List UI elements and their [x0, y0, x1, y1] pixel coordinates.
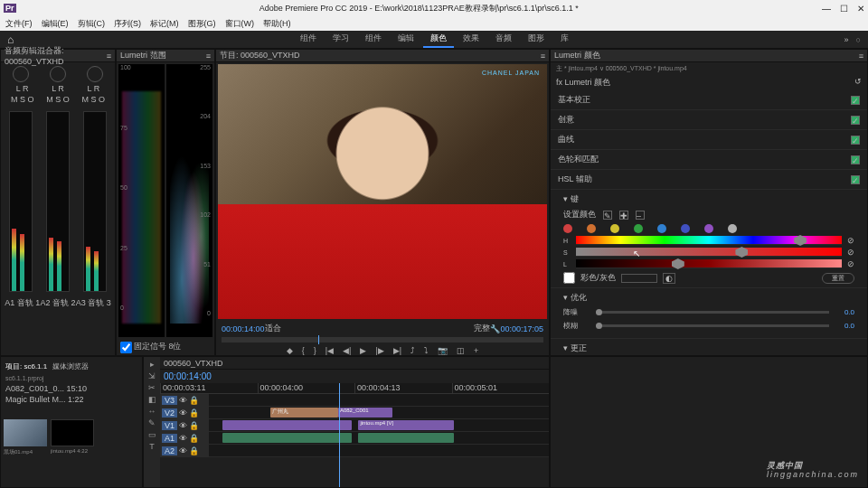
- home-icon[interactable]: ⌂: [7, 33, 14, 46]
- panel-menu-icon[interactable]: ≡: [107, 52, 111, 61]
- hsl-slider[interactable]: [576, 248, 842, 257]
- zoom-dropdown[interactable]: 完整: [474, 323, 490, 334]
- settings-icon[interactable]: 🔧: [490, 324, 500, 333]
- panel-menu-icon[interactable]: ≡: [541, 52, 545, 61]
- timeline-tracks[interactable]: V3👁🔒V2👁🔒广州丸A082_C001V1👁🔒jintou.mp4 [V]A1…: [160, 394, 549, 487]
- play-button[interactable]: ▶: [358, 345, 368, 356]
- panel-menu-icon[interactable]: ≡: [206, 52, 211, 61]
- clip[interactable]: 广州丸: [270, 408, 338, 418]
- hsl-slider[interactable]: [576, 236, 842, 245]
- workspace-tab[interactable]: 颜色: [423, 31, 454, 48]
- param-slider[interactable]: [596, 324, 829, 327]
- clip[interactable]: jintou.mp4 [V]: [358, 420, 453, 430]
- timeline-tool[interactable]: ✎: [148, 418, 156, 427]
- lumetri-section[interactable]: 创意✓: [551, 110, 867, 130]
- workspace-tab[interactable]: 库: [553, 31, 576, 48]
- preview-viewport[interactable]: CHANEL JAPAN: [218, 64, 547, 319]
- step-back-button[interactable]: ◀|: [341, 345, 353, 356]
- close-button[interactable]: ✕: [857, 4, 864, 14]
- eyedropper-icon[interactable]: ✎: [603, 211, 612, 220]
- clip-crumb[interactable]: 主 * jintou.mp4 ∨ 000560_VTXHD * jintou.m…: [551, 62, 867, 75]
- tab-project[interactable]: 项目: sc6.1.1: [5, 361, 47, 371]
- invert-mask-button[interactable]: ◐: [663, 273, 675, 284]
- time-ruler[interactable]: 00:00:03:1100:00:04:0000:00:04:1300:00:0…: [160, 383, 549, 394]
- workspace-tab[interactable]: 编辑: [391, 31, 421, 48]
- fit-dropdown[interactable]: 适合: [265, 323, 281, 334]
- extract-button[interactable]: ⤵: [422, 345, 430, 356]
- button-editor-button[interactable]: +: [472, 345, 480, 356]
- track-tag[interactable]: A2: [162, 446, 177, 455]
- timeline-tool[interactable]: ⇲: [148, 371, 156, 380]
- checkbox-icon[interactable]: ✓: [851, 175, 860, 184]
- help-icon[interactable]: ○: [856, 35, 861, 44]
- checkbox-icon[interactable]: ✓: [851, 155, 860, 164]
- clamp-signal-checkbox[interactable]: [120, 342, 132, 353]
- checkbox-icon[interactable]: ✓: [851, 96, 860, 105]
- menu-item[interactable]: 窗口(W): [225, 18, 255, 30]
- reset-icon[interactable]: ⊘: [847, 248, 854, 257]
- add-marker-button[interactable]: ◆: [285, 345, 295, 356]
- export-frame-button[interactable]: 📷: [436, 345, 449, 356]
- bin-item[interactable]: A082_C001_0... 15:10: [5, 384, 87, 393]
- playhead[interactable]: [339, 383, 340, 487]
- timeline-timecode[interactable]: 00:00:14:00: [160, 370, 549, 383]
- checkbox-icon[interactable]: ✓: [851, 136, 860, 145]
- color-swatch[interactable]: [587, 224, 596, 233]
- timeline-tool[interactable]: ▭: [148, 430, 156, 439]
- step-forward-button[interactable]: |▶: [373, 345, 385, 356]
- color-swatch[interactable]: [728, 224, 737, 233]
- lumetri-section[interactable]: HSL 辅助✓: [551, 170, 867, 190]
- lift-button[interactable]: ⤴: [409, 345, 417, 356]
- color-swatch[interactable]: [681, 224, 690, 233]
- menu-item[interactable]: 剪辑(C): [78, 18, 106, 30]
- pan-knob[interactable]: [50, 66, 66, 82]
- track-row[interactable]: V2👁🔒广州丸A082_C001: [160, 407, 549, 419]
- clip[interactable]: [222, 433, 352, 443]
- track-row[interactable]: V1👁🔒jintou.mp4 [V]: [160, 419, 549, 432]
- workspace-tab[interactable]: 音频: [488, 31, 519, 48]
- maximize-button[interactable]: ☐: [840, 4, 848, 14]
- lumetri-section[interactable]: 色轮和匹配✓: [551, 150, 867, 170]
- minimize-button[interactable]: —: [822, 4, 831, 14]
- workspace-tab[interactable]: 效果: [456, 31, 486, 48]
- menu-item[interactable]: 序列(S): [114, 18, 141, 30]
- mark-in-button[interactable]: {: [300, 345, 307, 356]
- track-row[interactable]: A1👁🔒: [160, 432, 549, 445]
- clip[interactable]: [358, 433, 453, 443]
- timeline-tool[interactable]: ▸: [150, 360, 155, 369]
- workspace-tab[interactable]: 组件: [293, 31, 324, 48]
- menu-item[interactable]: 文件(F): [5, 18, 33, 30]
- color-swatch[interactable]: [657, 224, 666, 233]
- color-swatch[interactable]: [610, 224, 619, 233]
- panel-menu-icon[interactable]: ≡: [859, 52, 863, 61]
- menu-item[interactable]: 图形(G): [188, 18, 216, 30]
- tab-media-browser[interactable]: 媒体浏览器: [52, 361, 89, 371]
- timecode-in[interactable]: 00:00:14:00: [222, 324, 265, 333]
- comparison-button[interactable]: ◫: [455, 345, 467, 356]
- workspace-tab[interactable]: 组件: [358, 31, 389, 48]
- timeline-tool[interactable]: ◧: [148, 395, 156, 404]
- lumetri-section[interactable]: 曲线✓: [551, 130, 867, 150]
- reset-button[interactable]: 重置: [822, 273, 854, 284]
- color-gray-checkbox[interactable]: [563, 272, 575, 284]
- reset-icon[interactable]: ⊘: [847, 236, 854, 245]
- param-slider[interactable]: [596, 311, 829, 314]
- track-tag[interactable]: A1: [162, 434, 177, 443]
- mark-out-button[interactable]: }: [312, 345, 318, 356]
- menu-item[interactable]: 编辑(E): [42, 18, 69, 30]
- mini-timeline[interactable]: [222, 337, 543, 343]
- sequence-name[interactable]: 000560_VTXHD: [164, 359, 223, 368]
- eyedropper-add-icon[interactable]: ✚: [619, 211, 628, 220]
- param-value[interactable]: 0.0: [835, 308, 854, 316]
- hsl-slider[interactable]: [576, 259, 842, 268]
- eyedropper-remove-icon[interactable]: –: [636, 211, 645, 220]
- correct-section[interactable]: ▾ 更正: [563, 343, 854, 354]
- reset-icon[interactable]: ↺: [854, 77, 862, 89]
- pan-knob[interactable]: [87, 66, 103, 82]
- track-row[interactable]: V3👁🔒: [160, 394, 549, 407]
- workspace-tab[interactable]: 图形: [521, 31, 552, 48]
- overflow-icon[interactable]: »: [844, 35, 849, 44]
- project-thumb[interactable]: jintou.mp4 4:22: [51, 419, 94, 456]
- bin-item[interactable]: Magic Bullet M... 1:22: [5, 395, 84, 404]
- checkbox-icon[interactable]: ✓: [851, 116, 860, 125]
